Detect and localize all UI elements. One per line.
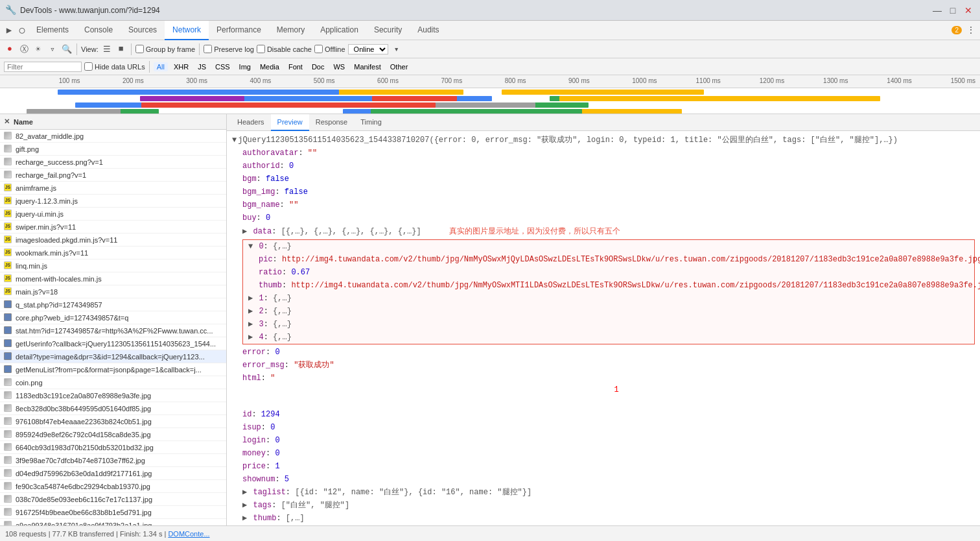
clear-icon[interactable]: Ⓧ bbox=[18, 43, 30, 55]
tab-sources[interactable]: Sources bbox=[121, 21, 165, 40]
inspect-icon[interactable]: ▶ bbox=[3, 24, 16, 37]
detail-tab-timing[interactable]: Timing bbox=[354, 114, 388, 131]
record-icon[interactable]: ● bbox=[4, 43, 16, 55]
file-item[interactable]: JSjquery-1.12.3.min.js bbox=[0, 195, 226, 208]
close-panel-icon[interactable]: ✕ bbox=[4, 117, 10, 126]
detail-tab-response[interactable]: Response bbox=[309, 114, 355, 131]
json-line: id: 1294 bbox=[227, 408, 980, 421]
disable-cache-input[interactable] bbox=[257, 45, 265, 53]
file-item[interactable]: a9ea99348e316701e8ae9f4793b2a1a1.jpg bbox=[0, 519, 226, 525]
json-line: bgm: false bbox=[227, 173, 980, 186]
minimize-button[interactable]: — bbox=[931, 4, 944, 17]
file-item[interactable]: detail?type=image&dpr=3&id=1294&callback… bbox=[0, 350, 226, 363]
file-item[interactable]: getUserinfo?callback=jQuery1123051356115… bbox=[0, 337, 226, 350]
file-item[interactable]: gift.png bbox=[0, 143, 226, 156]
detail-tab-preview[interactable]: Preview bbox=[271, 114, 309, 131]
tab-network[interactable]: Network bbox=[165, 21, 209, 40]
file-item[interactable]: JSanimframe.js bbox=[0, 182, 226, 195]
file-item[interactable]: getMenuList?from=pc&format=jsonp&page=1&… bbox=[0, 363, 226, 376]
file-item[interactable]: JSjquery-ui.min.js bbox=[0, 208, 226, 221]
maximize-button[interactable]: □ bbox=[946, 4, 959, 17]
group-by-frame-check[interactable]: Group by frame bbox=[135, 45, 195, 53]
file-item[interactable]: JSmoment-with-locales.min.js bbox=[0, 272, 226, 285]
filter-js-btn[interactable]: JS bbox=[194, 62, 209, 71]
view-list-icon[interactable]: ☰ bbox=[101, 43, 113, 55]
search-icon[interactable]: 🔍 bbox=[61, 43, 73, 55]
dropdown-arrow-icon[interactable]: ▾ bbox=[391, 43, 402, 55]
filter-xhr-btn[interactable]: XHR bbox=[170, 62, 192, 71]
file-item[interactable]: 895924d9e8ef26c792c04d158ca8de35.jpg bbox=[0, 428, 226, 441]
filter-icon[interactable]: ▿ bbox=[47, 43, 58, 55]
image-file-icon bbox=[4, 378, 13, 387]
file-item[interactable]: 038c70de85e093eeb6c116c7e17c1137.jpg bbox=[0, 493, 226, 506]
view-large-icon[interactable]: ■ bbox=[115, 43, 127, 55]
php-file-icon bbox=[4, 339, 13, 348]
preserve-log-input[interactable] bbox=[204, 45, 212, 53]
file-item[interactable]: 916725f4b9beae0be66c83b8b1e5d791.jpg bbox=[0, 506, 226, 519]
image-file-icon bbox=[4, 508, 13, 517]
offline-check[interactable]: Offline bbox=[314, 45, 345, 53]
file-item[interactable]: JSimagesloaded.pkgd.min.js?v=11 bbox=[0, 234, 226, 246]
filter-other-btn[interactable]: Other bbox=[387, 62, 412, 71]
hide-data-urls-input[interactable] bbox=[84, 62, 93, 71]
group-by-frame-input[interactable] bbox=[135, 45, 144, 53]
file-name: d04ed9d759962b63e0da1dd9f2177161.jpg bbox=[16, 470, 152, 477]
file-item[interactable]: 6640cb93d1983d70b2150db53201bd32.jpg bbox=[0, 441, 226, 454]
file-item[interactable]: JSlinq.min.js bbox=[0, 259, 226, 272]
devtools-icon: 🔧 bbox=[5, 5, 16, 16]
disable-cache-label: Disable cache bbox=[267, 45, 312, 53]
file-item[interactable]: q_stat.php?id=1274349857 bbox=[0, 298, 226, 311]
filter-doc-btn[interactable]: Doc bbox=[309, 62, 328, 71]
json-line: thumb: http://img4.tuwandata.com/v2/thum… bbox=[243, 279, 974, 292]
json-line: ▶ 3: {,…} bbox=[243, 318, 974, 331]
filter-media-btn[interactable]: Media bbox=[257, 62, 283, 71]
file-name: q_stat.php?id=1274349857 bbox=[16, 301, 102, 309]
file-name: moment-with-locales.min.js bbox=[16, 275, 102, 283]
file-item[interactable]: JSswiper.min.js?v=11 bbox=[0, 221, 226, 234]
tab-application[interactable]: Application bbox=[312, 21, 366, 40]
tab-security[interactable]: Security bbox=[366, 21, 410, 40]
file-item[interactable]: 976108bf47eb4eaaae22363b824c0b51.jpg bbox=[0, 415, 226, 428]
filter-css-btn[interactable]: CSS bbox=[212, 62, 233, 71]
js-file-icon: JS bbox=[4, 184, 13, 193]
file-item[interactable]: stat.htm?id=1274349857&r=http%3A%2F%2Fww… bbox=[0, 324, 226, 337]
tab-memory[interactable]: Memory bbox=[269, 21, 312, 40]
json-line: authorid: 0 bbox=[227, 160, 980, 173]
filter-ws-btn[interactable]: WS bbox=[330, 62, 348, 71]
file-item[interactable]: JSmain.js?v=18 bbox=[0, 285, 226, 298]
tab-performance[interactable]: Performance bbox=[209, 21, 269, 40]
file-item[interactable]: 82_avatar_middle.jpg bbox=[0, 130, 226, 143]
offline-input[interactable] bbox=[314, 45, 323, 53]
more-tools-icon[interactable]: ⋮ bbox=[964, 24, 977, 37]
device-icon[interactable]: ◯ bbox=[16, 24, 29, 37]
file-item[interactable]: JSwookmark.min.js?v=11 bbox=[0, 246, 226, 259]
detail-tab-headers[interactable]: Headers bbox=[231, 114, 271, 131]
file-item[interactable]: recharge_fail.png?v=1 bbox=[0, 169, 226, 182]
ruler-mark-400-ms: 400 ms bbox=[250, 77, 272, 84]
filter-manifest-btn[interactable]: Manifest bbox=[351, 62, 384, 71]
filter-all-btn[interactable]: All bbox=[154, 62, 168, 71]
file-item[interactable]: core.php?web_id=1274349857&t=q bbox=[0, 311, 226, 324]
file-item[interactable]: coin.png bbox=[0, 376, 226, 389]
file-item[interactable]: 3f9e98ae70c7dfcb4b74e87103e7ff62.jpg bbox=[0, 454, 226, 467]
filter-img-btn[interactable]: Img bbox=[236, 62, 254, 71]
tab-audits[interactable]: Audits bbox=[410, 21, 447, 40]
file-item[interactable]: 1183edb3c191ce2a0a807e8988e9a3fe.jpg bbox=[0, 389, 226, 402]
filter-input[interactable] bbox=[4, 62, 82, 72]
preserve-log-check[interactable]: Preserve log bbox=[204, 45, 254, 53]
camera-icon[interactable]: ☀ bbox=[32, 43, 44, 55]
file-item[interactable]: fe90c3ca54874e6dbc29294cbab19370.jpg bbox=[0, 480, 226, 493]
tab-elements[interactable]: Elements bbox=[29, 21, 76, 40]
image-file-icon bbox=[4, 521, 13, 526]
file-item[interactable]: 8ecb328d0bc38b6449595d051640df85.jpg bbox=[0, 402, 226, 415]
dom-content-link[interactable]: DOMConte... bbox=[168, 530, 209, 538]
file-item[interactable]: recharge_success.png?v=1 bbox=[0, 156, 226, 169]
hide-data-urls-check[interactable]: Hide data URLs bbox=[84, 62, 145, 71]
tab-console[interactable]: Console bbox=[76, 21, 121, 40]
network-profile-dropdown[interactable]: Online bbox=[348, 44, 388, 54]
file-item[interactable]: d04ed9d759962b63e0da1dd9f2177161.jpg bbox=[0, 467, 226, 480]
finish-time: Finish: 1.34 s bbox=[120, 530, 162, 538]
disable-cache-check[interactable]: Disable cache bbox=[257, 45, 312, 53]
filter-font-btn[interactable]: Font bbox=[285, 62, 306, 71]
close-button[interactable]: ✕ bbox=[962, 4, 975, 17]
